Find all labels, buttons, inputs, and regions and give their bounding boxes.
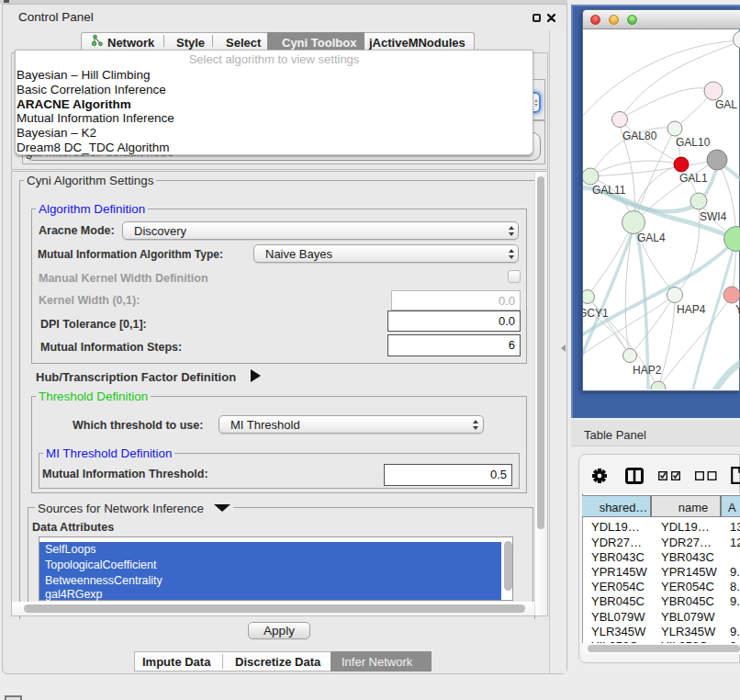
- svg-text:GAL10: GAL10: [676, 136, 711, 149]
- svg-text:GAL11: GAL11: [592, 184, 626, 197]
- svg-text:Y: Y: [735, 303, 740, 316]
- svg-text:GCY1: GCY1: [583, 307, 609, 320]
- svg-text:SWI4: SWI4: [700, 210, 727, 223]
- svg-text:HAP4: HAP4: [677, 303, 706, 316]
- svg-text:GAL4: GAL4: [637, 231, 666, 244]
- svg-text:GAL: GAL: [715, 98, 737, 111]
- svg-text:GAL1: GAL1: [679, 172, 708, 185]
- svg-text:HAP2: HAP2: [633, 364, 662, 377]
- svg-text:GAL80: GAL80: [622, 130, 657, 142]
